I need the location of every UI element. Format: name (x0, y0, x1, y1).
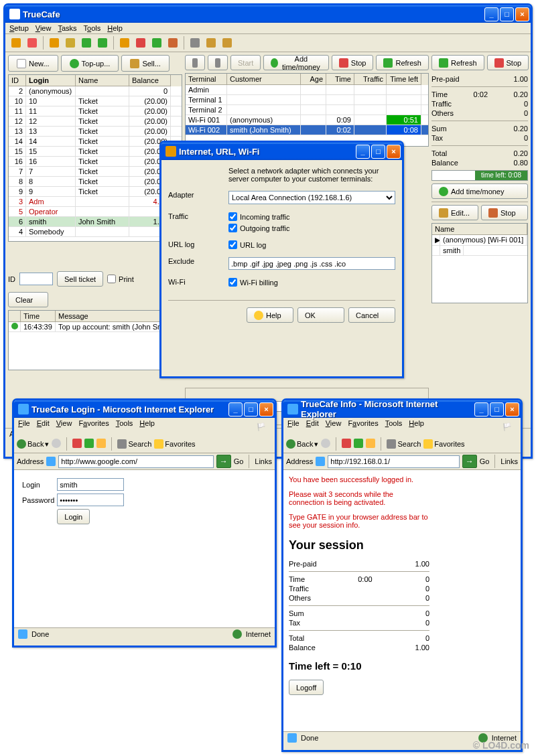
back-button[interactable]: Back ▾ (286, 439, 318, 449)
account-row[interactable]: 99Ticket(20.00) (9, 187, 182, 197)
menu-setup[interactable]: Setup (9, 24, 29, 32)
account-row[interactable]: 1313Ticket(20.00) (9, 127, 182, 137)
account-row[interactable]: 2(anonymous)0 (9, 86, 182, 96)
outgoing-checkbox[interactable]: Outgoing traffic (228, 224, 289, 232)
ie1-address-input[interactable] (58, 455, 213, 468)
menu-tasks[interactable]: Tasks (58, 24, 76, 32)
logoff-button[interactable]: Logoff (289, 680, 324, 695)
main-titlebar[interactable]: TrueCafe _ □ × (5, 5, 531, 23)
tb-icon-2[interactable] (25, 35, 40, 50)
menu-view[interactable]: View (36, 24, 52, 32)
sell-button[interactable]: Sell... (121, 55, 170, 72)
favorites-button[interactable]: Favorites (423, 439, 464, 449)
center-icon-btn-1[interactable] (185, 55, 205, 70)
cancel-button[interactable]: Cancel (348, 307, 395, 323)
close-button[interactable]: × (515, 7, 529, 21)
account-row[interactable]: 6smithJohn Smith1.00 (9, 217, 182, 227)
refresh-button[interactable]: Refresh (376, 55, 429, 70)
refresh-icon[interactable] (84, 439, 94, 449)
account-row[interactable]: 3Adm4.70 (9, 197, 182, 207)
terminal-row[interactable]: Admin (186, 85, 428, 95)
ie1-menu-tools[interactable]: Tools (116, 419, 133, 434)
ie1-menu-edit[interactable]: Edit (37, 419, 50, 434)
search-button[interactable]: Search (387, 439, 421, 449)
new-button[interactable]: New... (8, 55, 58, 72)
ie1-titlebar[interactable]: TrueCafe Login - Microsoft Internet Expl… (14, 400, 275, 418)
ok-button[interactable]: OK (297, 307, 344, 323)
account-row[interactable]: 1010Ticket(20.00) (9, 96, 182, 106)
maximize-button[interactable]: □ (500, 7, 514, 21)
incoming-checkbox[interactable]: Incoming traffic (228, 212, 289, 221)
ie2-menu-edit[interactable]: Edit (306, 419, 319, 434)
ie1-menu-file[interactable]: File (18, 419, 30, 434)
password-input[interactable] (57, 494, 124, 506)
ie2-max-button[interactable]: □ (490, 402, 504, 417)
log-row[interactable]: 16:43:39 Top up account: smith (John Smi… (9, 322, 180, 332)
account-row[interactable]: 4Somebody0 (9, 227, 182, 237)
print-checkbox[interactable]: Print (107, 275, 134, 283)
side-refresh-button[interactable]: Refresh (431, 55, 484, 70)
account-row[interactable]: 88Ticket(20.00) (9, 177, 182, 187)
terminal-row[interactable]: Terminal 2 (186, 105, 428, 115)
dialog-close-button[interactable]: × (387, 145, 401, 159)
account-row[interactable]: 1111Ticket(20.00) (9, 106, 182, 117)
side-stop-button[interactable]: Stop (487, 55, 529, 70)
stop-icon[interactable] (342, 439, 351, 449)
ie2-min-button[interactable]: _ (474, 402, 488, 417)
col-id[interactable]: ID (9, 75, 26, 86)
account-row[interactable]: 1515Ticket(20.00) (9, 147, 182, 157)
accounts-grid[interactable]: ID Login Name Balance 2(anonymous)01010T… (8, 74, 182, 242)
tb-icon-1[interactable] (9, 35, 23, 50)
id-input[interactable] (19, 273, 53, 285)
back-button[interactable]: Back ▾ (17, 439, 49, 449)
ie2-menu-view[interactable]: View (326, 419, 342, 434)
terminals-grid[interactable]: Terminal Customer Age Time Traffic Time … (185, 73, 429, 147)
ie1-max-button[interactable]: □ (244, 402, 258, 417)
ie2-address-input[interactable] (328, 455, 459, 468)
ie1-menu-view[interactable]: View (56, 419, 72, 434)
minimize-button[interactable]: _ (484, 7, 498, 21)
col-name[interactable]: Name (76, 75, 129, 86)
login-input[interactable] (57, 478, 124, 491)
favorites-button[interactable]: Favorites (154, 439, 195, 449)
side-stop2-button[interactable]: Stop (481, 205, 528, 220)
tb-icon-5[interactable] (79, 35, 94, 50)
ie2-go-button[interactable]: → (462, 455, 477, 468)
account-row[interactable]: 77Ticket(20.00) (9, 167, 182, 177)
ie1-menu-help[interactable]: Help (139, 419, 155, 434)
tb-icon-6[interactable] (95, 35, 110, 50)
wifi-checkbox[interactable]: Wi-Fi billing (228, 278, 278, 287)
home-icon[interactable] (96, 439, 106, 449)
terminal-row[interactable]: Wi-Fi 001(anonymous)0:090:51 (186, 115, 428, 125)
ie2-menu-tools[interactable]: Tools (385, 419, 403, 434)
sell-ticket-button[interactable]: Sell ticket (57, 271, 103, 287)
home-icon[interactable] (366, 439, 375, 449)
session-list[interactable]: Name ▶(anonymous) [Wi-Fi 001] smith (431, 223, 528, 303)
ie1-min-button[interactable]: _ (228, 402, 243, 417)
tb-icon-3[interactable] (47, 35, 62, 50)
ie2-close-button[interactable]: × (505, 402, 519, 417)
menu-tools[interactable]: Tools (84, 24, 101, 32)
tb-icon-11[interactable] (188, 35, 202, 50)
ie2-titlebar[interactable]: TrueCafe Info - Microsoft Internet Explo… (283, 400, 521, 418)
tb-icon-7[interactable] (117, 35, 132, 50)
tb-icon-9[interactable] (149, 35, 164, 50)
account-row[interactable]: 5Operator0 (9, 207, 182, 217)
start-button[interactable]: Start (230, 55, 261, 70)
stop-icon[interactable] (72, 439, 82, 449)
ie2-menu-help[interactable]: Help (409, 419, 424, 434)
tb-icon-10[interactable] (165, 35, 180, 50)
dialog-titlebar[interactable]: Internet, URL, Wi-Fi _ □ × (161, 143, 402, 160)
forward-button[interactable] (321, 439, 330, 449)
topup-button[interactable]: Top-up... (61, 55, 119, 72)
stop-button[interactable]: Stop (332, 55, 374, 70)
addtime-button[interactable]: Add time/money (263, 55, 329, 70)
ie1-close-button[interactable]: × (259, 402, 273, 417)
refresh-icon[interactable] (354, 439, 363, 449)
dialog-min-button[interactable]: _ (356, 145, 370, 159)
help-button[interactable]: Help (247, 307, 293, 323)
terminal-row[interactable]: Wi-Fi 002smith (John Smith)0:020:08 (186, 125, 428, 135)
ie1-menu-fav[interactable]: Favorites (78, 419, 109, 434)
login-button[interactable]: Login (57, 509, 90, 524)
col-balance[interactable]: Balance (129, 75, 171, 86)
